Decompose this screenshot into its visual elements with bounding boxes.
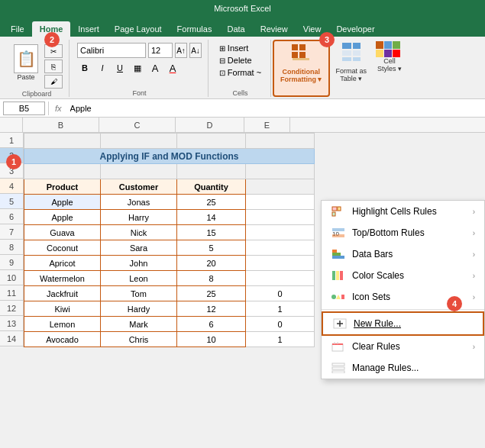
cell-e11[interactable]: 0 xyxy=(246,286,315,301)
cell-product-14[interactable]: Avocado xyxy=(24,332,101,347)
cell-e14[interactable]: 1 xyxy=(246,332,315,347)
tab-developer[interactable]: Developer xyxy=(328,21,382,37)
tab-formulas[interactable]: Formulas xyxy=(170,21,220,37)
cell-e3[interactable] xyxy=(246,164,315,179)
cell-e6[interactable] xyxy=(246,210,315,225)
data-bars-arrow: › xyxy=(473,250,475,259)
col-header-b[interactable]: B xyxy=(23,118,99,132)
cell-quantity-14[interactable]: 10 xyxy=(177,332,246,347)
cell-quantity-5[interactable]: 25 xyxy=(177,195,246,210)
cell-b1[interactable] xyxy=(24,134,101,149)
cell-customer-14[interactable]: Chris xyxy=(101,332,177,347)
cell-product-7[interactable]: Guava xyxy=(24,225,101,240)
font-color-button[interactable]: A xyxy=(165,60,180,76)
cell-c1[interactable] xyxy=(101,134,177,149)
cell-quantity-11[interactable]: 25 xyxy=(177,286,246,301)
tab-file[interactable]: File xyxy=(3,21,32,37)
cell-quantity-9[interactable]: 20 xyxy=(177,256,246,271)
cell-product-9[interactable]: Apricot xyxy=(24,256,101,271)
cell-e1[interactable] xyxy=(246,134,315,149)
tab-data[interactable]: Data xyxy=(219,21,252,37)
tab-pagelayout[interactable]: Page Layout xyxy=(107,21,170,37)
cell-quantity-6[interactable]: 14 xyxy=(177,210,246,225)
cell-customer-10[interactable]: Leon xyxy=(101,271,177,286)
menu-top-bottom[interactable]: 10 Top/Bottom Rules › xyxy=(322,222,484,243)
table-row: Product Customer Quantity xyxy=(24,179,315,195)
cell-customer-9[interactable]: John xyxy=(101,256,177,271)
cell-quantity-10[interactable]: 8 xyxy=(177,271,246,286)
cell-customer-8[interactable]: Sara xyxy=(101,240,177,256)
name-box[interactable] xyxy=(3,102,45,115)
svg-rect-22 xyxy=(340,271,343,280)
col-header-c[interactable]: C xyxy=(99,118,176,132)
cell-styles-button[interactable]: CellStyles ▾ xyxy=(373,40,406,97)
delete-button[interactable]: ⊟ Delete xyxy=(217,55,254,66)
cell-customer-5[interactable]: Jonas xyxy=(101,195,177,210)
row-header-9: 9 xyxy=(0,255,23,270)
cell-quantity-7[interactable]: 15 xyxy=(177,225,246,240)
cell-quantity-8[interactable]: 5 xyxy=(177,240,246,256)
italic-button[interactable]: I xyxy=(95,60,110,76)
menu-clear-rules[interactable]: Clear Rules › xyxy=(322,336,484,357)
menu-data-bars[interactable]: Data Bars › xyxy=(322,243,484,265)
font-size-input[interactable] xyxy=(148,43,173,58)
copy-button[interactable]: ⎘ xyxy=(44,60,63,73)
cell-product-5[interactable]: Apple xyxy=(24,195,101,210)
cell-quantity-13[interactable]: 6 xyxy=(177,317,246,332)
cell-e5[interactable] xyxy=(246,195,315,210)
cell-b3[interactable] xyxy=(24,164,101,179)
col-header-e[interactable]: E xyxy=(244,118,290,132)
cell-e13[interactable]: 0 xyxy=(246,317,315,332)
clear-rules-icon xyxy=(331,340,346,353)
increase-font-button[interactable]: A↑ xyxy=(175,43,187,58)
cell-e9[interactable] xyxy=(246,256,315,271)
cell-d1[interactable] xyxy=(177,134,246,149)
conditional-formatting-button[interactable]: ConditionalFormatting ▾ xyxy=(273,40,330,97)
cell-product-10[interactable]: Watermelon xyxy=(24,271,101,286)
cell-quantity-12[interactable]: 12 xyxy=(177,301,246,317)
paste-button[interactable]: 📋 Paste xyxy=(11,43,41,82)
formula-input[interactable] xyxy=(68,102,482,115)
cell-customer-13[interactable]: Mark xyxy=(101,317,177,332)
highlight-cells-label: Highlight Cells Rules xyxy=(352,206,467,217)
cell-c3[interactable] xyxy=(101,164,177,179)
menu-highlight-cells[interactable]: Highlight Cells Rules › xyxy=(322,201,484,222)
fill-color-button[interactable]: A xyxy=(147,60,163,76)
underline-button[interactable]: U xyxy=(112,60,128,76)
cell-e12[interactable]: 1 xyxy=(246,301,315,317)
border-button[interactable]: ▦ xyxy=(130,60,145,76)
cell-product-8[interactable]: Coconut xyxy=(24,240,101,256)
svg-rect-4 xyxy=(293,58,309,60)
cell-d3[interactable] xyxy=(177,164,246,179)
format-button[interactable]: ⊡ Format ~ xyxy=(217,67,264,78)
cell-customer-12[interactable]: Hardy xyxy=(101,301,177,317)
table-row: Guava Nick 15 xyxy=(24,225,315,240)
menu-manage-rules[interactable]: Manage Rules... xyxy=(322,357,484,379)
menu-new-rule[interactable]: New Rule... xyxy=(322,311,484,336)
menu-color-scales[interactable]: Color Scales › xyxy=(322,265,484,286)
format-painter-button[interactable]: 🖌 xyxy=(44,75,63,89)
cell-product-6[interactable]: Apple xyxy=(24,210,101,225)
format-as-table-button[interactable]: Format asTable ▾ xyxy=(331,40,372,97)
cell-e8[interactable] xyxy=(246,240,315,256)
svg-rect-6 xyxy=(353,43,361,49)
cell-customer-6[interactable]: Harry xyxy=(101,210,177,225)
font-name-input[interactable] xyxy=(77,43,146,58)
cell-product-12[interactable]: Kiwi xyxy=(24,301,101,317)
cell-e10[interactable] xyxy=(246,271,315,286)
cell-styles-icon xyxy=(376,41,403,57)
cell-product-13[interactable]: Lemon xyxy=(24,317,101,332)
tab-review[interactable]: Review xyxy=(253,21,296,37)
insert-button[interactable]: ⊞ Insert xyxy=(217,43,251,53)
cell-customer-11[interactable]: Tom xyxy=(101,286,177,301)
title-cell[interactable]: Applying IF and MOD Functions xyxy=(24,149,315,164)
decrease-font-button[interactable]: A↓ xyxy=(189,43,202,58)
col-header-d[interactable]: D xyxy=(176,118,244,132)
data-table: Applying IF and MOD Functions Product Cu… xyxy=(24,133,315,347)
tab-insert[interactable]: Insert xyxy=(70,21,107,37)
bold-button[interactable]: B xyxy=(77,60,92,76)
cell-e4[interactable] xyxy=(246,179,315,195)
cell-product-11[interactable]: Jackfruit xyxy=(24,286,101,301)
cell-e7[interactable] xyxy=(246,225,315,240)
cell-customer-7[interactable]: Nick xyxy=(101,225,177,240)
